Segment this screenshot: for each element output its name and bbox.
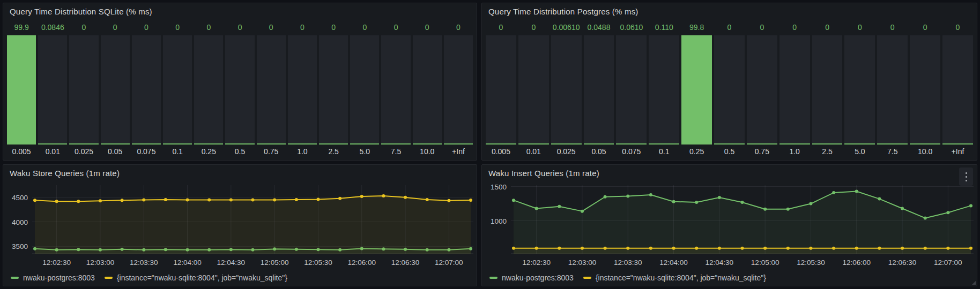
data-point[interactable]: [207, 198, 211, 201]
histogram-bar-cell[interactable]: 00.075: [132, 19, 161, 158]
data-point[interactable]: [695, 247, 698, 250]
panel-title[interactable]: Query Time Distribution Postgres (% ms): [488, 7, 639, 16]
data-point[interactable]: [901, 247, 904, 250]
histogram-bar-cell[interactable]: 02.5: [812, 19, 843, 158]
legend-item-nwaku-postgres[interactable]: nwaku-postgres:8003: [11, 273, 95, 282]
bar-gauge-postgres[interactable]: 00.00500.010.006100.0250.04880.050.06100…: [482, 19, 977, 160]
data-point[interactable]: [786, 247, 790, 250]
data-point[interactable]: [832, 247, 835, 250]
data-point[interactable]: [741, 201, 744, 204]
data-point[interactable]: [809, 202, 812, 206]
data-point[interactable]: [969, 247, 972, 250]
bar-gauge-sqlite[interactable]: 99.90.0050.08460.0100.02500.0500.07500.1…: [3, 19, 477, 160]
data-point[interactable]: [273, 198, 276, 201]
histogram-bar-cell[interactable]: 010.0: [413, 19, 442, 158]
data-point[interactable]: [426, 198, 429, 201]
panel-header-insert[interactable]: Waku Insert Queries (1m rate): [482, 165, 977, 181]
histogram-bar-cell[interactable]: 07.5: [877, 19, 908, 158]
histogram-bar-cell[interactable]: 0.006100.025: [551, 19, 582, 158]
data-point[interactable]: [512, 247, 515, 250]
data-point[interactable]: [295, 198, 298, 201]
histogram-bar-cell[interactable]: 00.01: [518, 19, 549, 158]
panel-title[interactable]: Waku Insert Queries (1m rate): [488, 169, 599, 178]
data-point[interactable]: [672, 247, 675, 250]
histogram-bar-cell[interactable]: 00.5: [225, 19, 254, 158]
histogram-bar-cell[interactable]: 05.0: [844, 19, 875, 158]
panel-title[interactable]: Query Time Distribution SQLite (% ms): [10, 7, 152, 16]
histogram-bar-cell[interactable]: 02.5: [319, 19, 348, 158]
data-point[interactable]: [855, 247, 858, 250]
data-point[interactable]: [360, 195, 363, 198]
data-point[interactable]: [855, 190, 858, 193]
panel-resize-handle[interactable]: [972, 281, 976, 285]
data-point[interactable]: [251, 198, 255, 201]
data-point[interactable]: [626, 194, 629, 197]
histogram-bar-cell[interactable]: 01.0: [288, 19, 317, 158]
data-point[interactable]: [535, 207, 538, 210]
histogram-bar-cell[interactable]: 07.5: [381, 19, 410, 158]
panel-header-postgres[interactable]: Query Time Distribution Postgres (% ms): [482, 3, 977, 19]
data-point[interactable]: [718, 247, 721, 250]
data-point[interactable]: [77, 200, 80, 203]
data-point[interactable]: [649, 193, 652, 196]
histogram-bar-cell[interactable]: 00.025: [69, 19, 98, 158]
histogram-bar-cell[interactable]: 00.05: [101, 19, 130, 158]
data-point[interactable]: [604, 195, 607, 199]
data-point[interactable]: [338, 197, 341, 200]
panel-header-store[interactable]: Waku Store Queries (1m rate): [3, 165, 477, 181]
data-point[interactable]: [649, 247, 652, 250]
legend-item-nwaku-sqlite[interactable]: {instance="nwaku-sqlite:8004", job="nwak…: [105, 273, 287, 282]
data-point[interactable]: [33, 199, 36, 202]
histogram-bar-cell[interactable]: 01.0: [779, 19, 810, 158]
histogram-bar-cell[interactable]: 010.0: [910, 19, 940, 158]
data-point[interactable]: [878, 247, 881, 250]
data-point[interactable]: [626, 247, 629, 250]
store-queries-line-chart[interactable]: 35004000450012:02:3012:03:0012:03:3012:0…: [3, 181, 477, 270]
histogram-bar-cell[interactable]: 0.06100.075: [616, 19, 647, 158]
data-point[interactable]: [558, 247, 561, 250]
data-point[interactable]: [581, 247, 584, 250]
data-point[interactable]: [695, 201, 698, 204]
panel-title[interactable]: Waku Store Queries (1m rate): [10, 169, 120, 178]
data-point[interactable]: [604, 247, 607, 250]
data-point[interactable]: [469, 199, 472, 202]
data-point[interactable]: [809, 247, 812, 250]
histogram-bar-cell[interactable]: 0.08460.01: [38, 19, 67, 158]
histogram-bar-cell[interactable]: 00.1: [163, 19, 192, 158]
histogram-bar-cell[interactable]: 0+Inf: [942, 19, 973, 158]
data-point[interactable]: [121, 199, 124, 202]
data-point[interactable]: [924, 216, 927, 219]
data-point[interactable]: [55, 200, 58, 203]
data-point[interactable]: [99, 199, 102, 202]
data-point[interactable]: [581, 210, 584, 213]
panel-menu-kebab-icon[interactable]: [959, 168, 973, 186]
histogram-bar-cell[interactable]: 0.04880.05: [584, 19, 614, 158]
data-point[interactable]: [763, 208, 767, 211]
histogram-bar-cell[interactable]: 00.5: [714, 19, 745, 158]
histogram-bar-cell[interactable]: 0.1100.1: [649, 19, 679, 158]
data-point[interactable]: [535, 247, 538, 250]
data-point[interactable]: [672, 200, 675, 203]
data-point[interactable]: [512, 199, 515, 202]
legend-item-nwaku-postgres[interactable]: nwaku-postgres:8003: [489, 273, 574, 282]
data-point[interactable]: [558, 205, 561, 208]
histogram-bar-cell[interactable]: 0+Inf: [444, 19, 473, 158]
data-point[interactable]: [832, 191, 835, 194]
histogram-bar-cell[interactable]: 05.0: [350, 19, 379, 158]
data-point[interactable]: [924, 247, 927, 250]
data-point[interactable]: [186, 198, 189, 201]
data-point[interactable]: [447, 199, 450, 202]
data-point[interactable]: [946, 247, 949, 250]
histogram-bar-cell[interactable]: 99.90.005: [7, 19, 36, 158]
data-point[interactable]: [741, 247, 744, 250]
histogram-bar-cell[interactable]: 00.005: [486, 19, 516, 158]
data-point[interactable]: [718, 196, 721, 199]
data-point[interactable]: [164, 198, 167, 201]
data-point[interactable]: [229, 198, 233, 201]
insert-queries-line-chart[interactable]: 1000150012:02:3012:03:0012:03:3012:04:00…: [482, 181, 977, 270]
data-point[interactable]: [142, 198, 145, 201]
data-point[interactable]: [763, 247, 767, 250]
data-point[interactable]: [404, 196, 407, 199]
data-point[interactable]: [786, 208, 790, 211]
histogram-bar-cell[interactable]: 99.80.25: [681, 19, 712, 158]
